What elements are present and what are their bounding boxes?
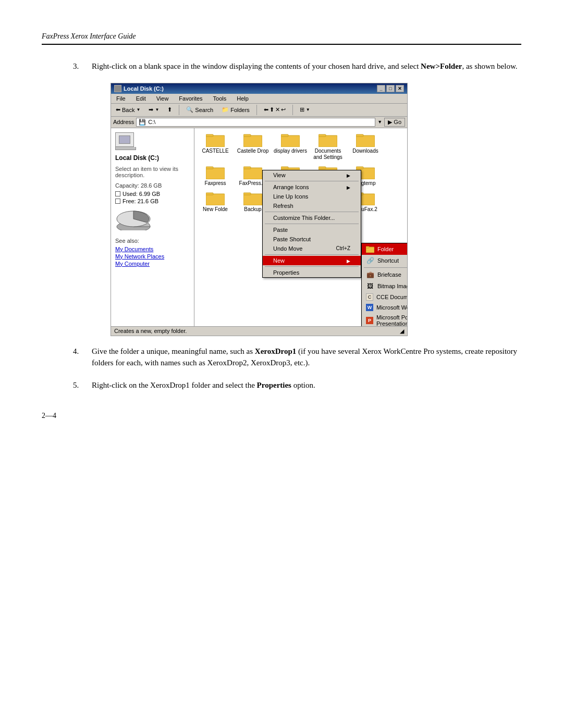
menu-view[interactable]: View bbox=[154, 95, 171, 102]
my-network-places-link[interactable]: My Network Places bbox=[115, 253, 190, 260]
step-5-number: 5. bbox=[73, 379, 85, 391]
view-button[interactable]: ⊞▼ bbox=[297, 105, 313, 115]
submenu-briefcase[interactable]: 💼 Briefcase bbox=[362, 269, 407, 280]
submenu-label: Folder bbox=[377, 246, 394, 252]
free-label: Free: 21.6 GB bbox=[123, 198, 158, 204]
status-text: Creates a new, empty folder. bbox=[114, 328, 187, 335]
file-label: New Folde bbox=[203, 206, 228, 213]
list-item[interactable]: display drivers bbox=[274, 132, 307, 161]
folder-icon bbox=[366, 245, 374, 253]
menu-tools[interactable]: Tools bbox=[211, 95, 229, 102]
step-5: 5. Right-click on the XeroxDrop1 folder … bbox=[73, 379, 521, 391]
svg-rect-24 bbox=[243, 194, 262, 205]
submenu-label: Bitmap Image bbox=[377, 283, 407, 289]
drive-icon: 💾 bbox=[139, 119, 146, 126]
toolbar: ⬅ Back ▼ ➡ ▼ ⬆ 🔍 Search 📁 Folders bbox=[111, 104, 407, 117]
submenu-ppt[interactable]: P Microsoft PowerPoint Presentation bbox=[362, 313, 407, 326]
see-also-label: See also: bbox=[115, 238, 190, 244]
menu-file[interactable]: File bbox=[114, 95, 128, 102]
submenu-folder[interactable]: Folder bbox=[362, 243, 407, 255]
up-arrow-icon: ⬆ bbox=[167, 106, 172, 113]
list-item[interactable]: CASTELLE bbox=[199, 132, 232, 161]
menu-favorites[interactable]: Favorites bbox=[177, 95, 204, 102]
forward-arrow-icon: ➡ bbox=[149, 106, 153, 113]
maximize-button[interactable]: □ bbox=[386, 85, 395, 92]
svg-rect-9 bbox=[319, 134, 326, 137]
search-label: Search bbox=[195, 107, 213, 113]
status-bar: Creates a new, empty folder. ◢ bbox=[111, 326, 407, 336]
context-sep bbox=[265, 254, 359, 255]
toolbar-separator-2 bbox=[256, 105, 257, 115]
disk-base bbox=[115, 147, 136, 150]
context-properties[interactable]: Properties bbox=[263, 268, 361, 277]
file-label: CASTELLE bbox=[202, 148, 228, 154]
page-header: FaxPress Xerox Interface Guide bbox=[42, 31, 521, 45]
list-item[interactable]: Documents and Settings bbox=[311, 132, 345, 161]
context-sep bbox=[265, 266, 359, 267]
sidebar-disk-label: Local Disk (C:) bbox=[115, 154, 190, 162]
toolbar-extra[interactable]: ⬅⬆✕↩ bbox=[261, 105, 288, 115]
up-button[interactable]: ⬆ bbox=[165, 105, 175, 115]
context-refresh[interactable]: Refresh bbox=[263, 201, 361, 211]
used-label: Used: 6.99 GB bbox=[123, 191, 160, 197]
back-dropdown-icon: ▼ bbox=[136, 107, 140, 112]
context-menu[interactable]: View Arrange Icons Line Up Icons Refresh… bbox=[262, 170, 361, 278]
address-box[interactable]: 💾 C:\ bbox=[136, 118, 375, 127]
submenu-cce[interactable]: C CCE Document bbox=[362, 292, 407, 302]
context-arrange[interactable]: Arrange Icons bbox=[263, 182, 361, 192]
context-customize[interactable]: Customize This Folder... bbox=[263, 213, 361, 223]
bitmap-icon: 🖼 bbox=[366, 282, 374, 290]
address-bar: Address 💾 C:\ ▼ ▶ Go bbox=[111, 117, 407, 128]
toolbar-separator-1 bbox=[179, 105, 179, 115]
svg-rect-22 bbox=[206, 194, 225, 205]
svg-rect-7 bbox=[281, 134, 288, 137]
menu-edit[interactable]: Edit bbox=[134, 95, 148, 102]
context-undo[interactable]: Undo MoveCtrl+Z bbox=[263, 244, 361, 253]
window-titlebar: Local Disk (C:) _ □ ✕ bbox=[111, 83, 407, 94]
used-checkbox[interactable] bbox=[115, 191, 120, 196]
context-lineup[interactable]: Line Up Icons bbox=[263, 192, 361, 201]
svg-rect-8 bbox=[319, 135, 337, 147]
free-checkbox[interactable] bbox=[115, 199, 120, 204]
address-label: Address bbox=[113, 119, 134, 125]
go-button[interactable]: ▶ Go bbox=[384, 118, 405, 127]
context-paste-shortcut[interactable]: Paste Shortcut bbox=[263, 235, 361, 244]
window-controls[interactable]: _ □ ✕ bbox=[377, 85, 404, 92]
forward-button[interactable]: ➡ ▼ bbox=[146, 105, 162, 115]
window-title: Local Disk (C:) bbox=[124, 85, 164, 92]
resize-handle-icon: ◢ bbox=[400, 328, 404, 335]
list-item[interactable]: Faxpress bbox=[199, 165, 232, 187]
search-button[interactable]: 🔍 Search bbox=[183, 105, 216, 115]
svg-rect-6 bbox=[281, 135, 300, 147]
submenu-arrow-icon bbox=[347, 172, 350, 178]
list-item[interactable]: New Folde bbox=[199, 191, 232, 213]
svg-rect-33 bbox=[366, 246, 369, 248]
new-submenu[interactable]: Folder 🔗 Shortcut 💼 Briefcase 🖼 Bitmap I… bbox=[361, 243, 407, 326]
context-view[interactable]: View bbox=[263, 170, 361, 180]
menu-help[interactable]: Help bbox=[235, 95, 251, 102]
my-documents-link[interactable]: My Documents bbox=[115, 246, 190, 252]
back-label: Back bbox=[122, 107, 134, 113]
list-item[interactable]: Castelle Drop bbox=[236, 132, 270, 161]
svg-rect-3 bbox=[206, 134, 213, 137]
list-item[interactable]: Downloads bbox=[349, 132, 382, 161]
context-paste[interactable]: Paste bbox=[263, 225, 361, 235]
submenu-shortcut[interactable]: 🔗 Shortcut bbox=[362, 255, 407, 266]
folders-icon: 📁 bbox=[222, 106, 229, 113]
submenu-bitmap[interactable]: 🖼 Bitmap Image bbox=[362, 280, 407, 292]
folders-button[interactable]: 📁 Folders bbox=[219, 105, 252, 115]
my-computer-link[interactable]: My Computer bbox=[115, 261, 190, 267]
step-5-bold: Properties bbox=[257, 381, 291, 389]
file-label: Castelle Drop bbox=[237, 148, 269, 154]
submenu-word[interactable]: W Microsoft Word Document bbox=[362, 302, 407, 313]
submenu-label: Microsoft PowerPoint Presentation bbox=[376, 314, 407, 326]
sidebar-capacity: Capacity: 28.6 GB bbox=[115, 182, 190, 189]
back-button[interactable]: ⬅ Back ▼ bbox=[113, 105, 143, 115]
minimize-button[interactable]: _ bbox=[377, 85, 385, 92]
context-new[interactable]: New bbox=[263, 256, 361, 265]
close-button[interactable]: ✕ bbox=[396, 85, 404, 92]
sidebar-disk-section bbox=[115, 132, 190, 150]
submenu-sep bbox=[364, 267, 407, 268]
file-label: Downloads bbox=[352, 148, 378, 154]
view-dropdown-icon: ▼ bbox=[306, 107, 310, 112]
